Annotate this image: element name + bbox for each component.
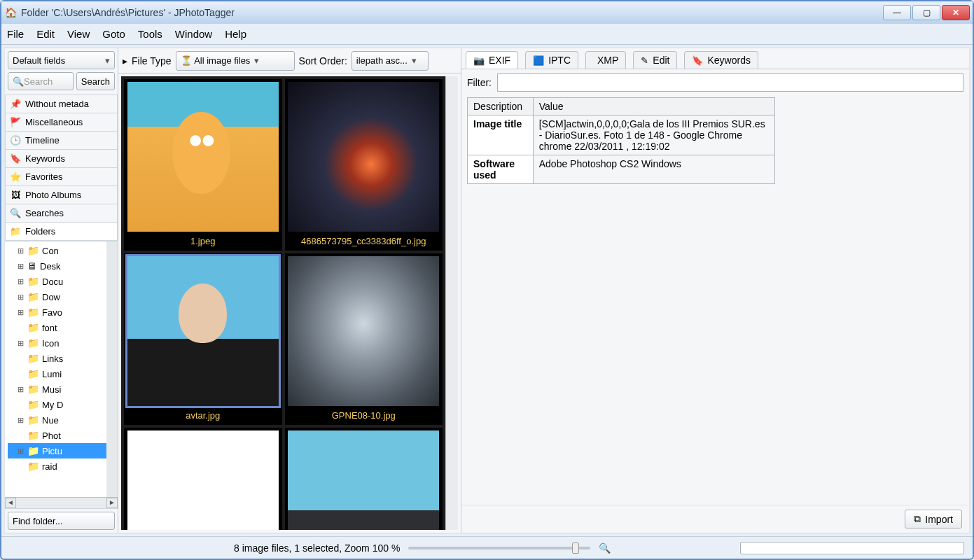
tree-item[interactable]: ⊞📁Pictu [8,443,118,458]
tree-item[interactable]: 📁Phot [8,428,118,443]
category-keywords[interactable]: 🔖Keywords [5,150,118,168]
sort-order-combo[interactable]: ilepath asc... [352,51,429,71]
thumbnail[interactable]: 4686573795_cc3383d6ff_o.jpg [285,79,443,251]
category-label: Searches [25,208,64,218]
folder-tree[interactable]: ⊞📁Con⊞🖥Desk⊞📁Docu⊞📁Dow⊞📁Favo📁font⊞📁Icon📁… [5,241,118,497]
thumbnail-image [127,82,279,232]
search-input[interactable]: 🔍 Search [8,72,74,90]
scroll-left-button[interactable]: ◄ [5,498,16,508]
category-favorites[interactable]: ⭐Favorites [5,168,118,186]
category-timeline[interactable]: 🕒Timeline [5,132,118,150]
tree-item[interactable]: ⊞📁Con [8,243,118,258]
category-without-metada[interactable]: 📌Without metada [5,95,118,113]
tab-exif[interactable]: 📷EXIF [466,51,518,69]
tab-icon: 📷 [473,55,485,66]
tree-item[interactable]: 📁font [8,320,118,335]
tree-expand-icon[interactable]: ⊞ [16,385,25,394]
minimize-button[interactable]: — [883,5,911,20]
tree-item-label: Icon [42,338,60,349]
tree-item[interactable]: ⊞📁Nue [8,412,118,428]
category-miscellaneous[interactable]: 🚩Miscellaneous [5,113,118,132]
app-window: 🏠 Folder 'C:\Users\Andrés\Pictures' - JP… [0,0,974,560]
app-icon: 🏠 [4,6,17,19]
find-folder-button[interactable]: Find folder... [8,512,115,530]
tab-label: Edit [653,55,669,66]
category-folders[interactable]: 📁Folders [5,223,118,241]
tree-item[interactable]: 📁Lumi [8,366,118,382]
tree-item[interactable]: 📁My D [8,397,118,412]
tab-iptc[interactable]: 🟦IPTC [525,51,578,69]
thumbnail-scrollbar[interactable] [445,76,458,530]
category-label: Folders [25,226,55,237]
menu-goto[interactable]: Goto [102,28,125,40]
expand-icon[interactable]: ▸ [123,55,127,66]
table-row[interactable]: Image title[SCM]actwin,0,0,0,0;Gala de l… [468,115,775,155]
exif-value: Adobe Photoshop CS2 Windows [533,155,774,184]
tab-edit[interactable]: ✎Edit [633,51,677,69]
tree-item-label: Musi [42,384,61,395]
thumbnail[interactable] [124,428,282,530]
search-button[interactable]: Search [76,72,115,90]
tree-item-label: raid [42,461,57,472]
tree-expand-icon[interactable]: ⊞ [16,416,25,425]
thumbnail-image [127,430,279,530]
category-photo-albums[interactable]: 🖼Photo Albums [5,186,118,204]
tree-expand-icon[interactable]: ⊞ [16,246,25,255]
tree-expand-icon[interactable]: ⊞ [16,447,25,456]
folder-icon: 🖥 [27,260,37,272]
tree-item[interactable]: ⊞📁Icon [8,335,118,351]
zoom-icon[interactable]: 🔍 [599,542,611,554]
table-row[interactable]: Software usedAdobe Photoshop CS2 Windows [468,155,775,184]
maximize-button[interactable]: ▢ [912,5,940,20]
menubar: File Edit View Goto Tools Window Help [1,24,973,45]
menu-window[interactable]: Window [175,28,212,40]
exif-table: Description Value Image title[SCM]actwin… [467,97,775,184]
tree-vertical-scrollbar[interactable] [106,241,118,497]
statusbar: 8 image files, 1 selected, Zoom 100 % 🔍 [1,536,973,559]
menu-file[interactable]: File [7,28,24,40]
menu-view[interactable]: View [67,28,90,40]
thumbnail[interactable]: avtar.jpg [124,253,282,425]
tree-item[interactable]: ⊞📁Docu [8,274,118,289]
tree-item[interactable]: 📁raid [8,458,118,474]
file-type-combo[interactable]: ⏳ All image files [176,51,295,71]
tree-expand-icon[interactable]: ⊞ [16,277,25,286]
tree-horizontal-scrollbar[interactable]: ◄ ► [5,497,118,508]
folder-icon: 📁 [27,368,39,379]
menu-help[interactable]: Help [225,28,246,40]
zoom-knob[interactable] [572,542,579,554]
tab-keywords[interactable]: 🔖Keywords [684,51,758,69]
scroll-right-button[interactable]: ► [106,498,118,508]
tab-label: EXIF [489,55,510,66]
import-button[interactable]: ⧉ Import [905,510,962,528]
tab-xmp[interactable]: XMP [585,51,626,69]
menu-edit[interactable]: Edit [36,28,55,40]
tree-item[interactable]: ⊞📁Dow [8,289,118,304]
tree-item[interactable]: ⊞🖥Desk [8,258,118,274]
column-header-value[interactable]: Value [533,98,774,115]
tree-item[interactable]: ⊞📁Favo [8,304,118,320]
zoom-slider[interactable] [408,547,590,550]
column-header-description[interactable]: Description [468,98,534,115]
thumbnail[interactable] [285,428,443,530]
folder-icon: 📁 [27,445,39,456]
category-searches[interactable]: 🔍Searches [5,204,118,223]
thumbnail[interactable]: 1.jpeg [124,79,282,251]
tree-expand-icon[interactable]: ⊞ [16,293,25,302]
tree-item-label: Desk [40,261,61,272]
close-button[interactable]: ✕ [942,5,970,20]
thumbnail[interactable]: GPNE08-10.jpg [285,253,443,425]
filter-input[interactable] [497,74,963,92]
menu-tools[interactable]: Tools [138,28,162,40]
search-icon: 🔍 [13,76,24,87]
fields-dropdown[interactable]: Default fields [8,51,115,69]
status-text: 8 image files, 1 selected, Zoom 100 % [234,542,400,554]
tree-expand-icon[interactable]: ⊞ [16,262,25,271]
tree-item[interactable]: ⊞📁Musi [8,382,118,397]
thumbnail-area: 1.jpeg4686573795_cc3383d6ff_o.jpgavtar.j… [121,76,458,530]
tree-item-label: My D [42,400,63,410]
tree-item[interactable]: 📁Links [8,351,118,366]
category-icon: 🚩 [10,117,21,127]
tree-expand-icon[interactable]: ⊞ [16,339,25,348]
tree-expand-icon[interactable]: ⊞ [16,308,25,317]
